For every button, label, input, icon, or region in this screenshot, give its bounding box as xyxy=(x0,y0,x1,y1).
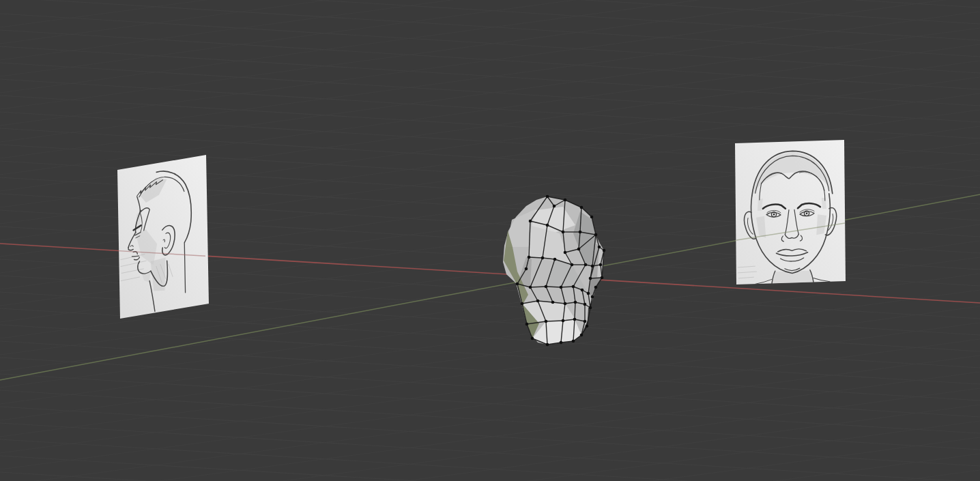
mesh-vertex[interactable] xyxy=(545,320,548,323)
mesh-vertex[interactable] xyxy=(589,277,592,280)
mesh-vertex[interactable] xyxy=(581,289,584,292)
mesh-vertex[interactable] xyxy=(531,337,534,340)
mesh-vertex[interactable] xyxy=(591,295,594,299)
mesh-vertex[interactable] xyxy=(541,257,545,260)
mesh-vertex[interactable] xyxy=(591,265,594,268)
mesh-vertex[interactable] xyxy=(562,319,565,323)
mesh-vertex[interactable] xyxy=(598,246,601,249)
mesh-vertex[interactable] xyxy=(553,258,557,261)
reference-plane-front-view[interactable] xyxy=(735,140,846,285)
mesh-vertex[interactable] xyxy=(594,286,598,289)
mesh-vertex[interactable] xyxy=(574,301,577,304)
mesh-vertex[interactable] xyxy=(572,340,575,343)
mesh-vertex[interactable] xyxy=(545,285,548,289)
mesh-vertex[interactable] xyxy=(586,325,589,328)
mesh-vertex[interactable] xyxy=(601,276,604,280)
mesh-vertex[interactable] xyxy=(562,231,565,234)
mesh-vertex[interactable] xyxy=(583,303,587,306)
mesh-vertex[interactable] xyxy=(580,334,583,337)
mesh-vertex[interactable] xyxy=(584,263,588,267)
mesh-vertex[interactable] xyxy=(587,292,590,295)
neck-shade xyxy=(773,271,813,284)
mesh-edge xyxy=(561,287,573,287)
mesh-vertex[interactable] xyxy=(546,343,549,347)
mesh-vertex[interactable] xyxy=(516,282,519,286)
mesh-vertex[interactable] xyxy=(589,306,592,310)
mesh-vertex[interactable] xyxy=(564,302,567,306)
mesh-vertex[interactable] xyxy=(536,300,540,303)
mesh-vertex[interactable] xyxy=(551,301,555,304)
mesh-edge xyxy=(546,287,561,287)
mesh-vertex[interactable] xyxy=(546,224,549,227)
mesh-vertex[interactable] xyxy=(594,233,598,237)
3d-viewport[interactable] xyxy=(0,0,980,481)
mesh-vertex[interactable] xyxy=(529,286,532,289)
mesh-edge xyxy=(590,278,602,278)
mesh-edge xyxy=(530,287,546,287)
mesh-vertex[interactable] xyxy=(571,263,574,267)
mesh-vertex[interactable] xyxy=(529,220,532,223)
scene-canvas xyxy=(0,0,980,481)
mesh-vertex[interactable] xyxy=(599,263,603,267)
mesh-vertex[interactable] xyxy=(573,318,577,321)
mesh-vertex[interactable] xyxy=(564,251,567,254)
mesh-vertex[interactable] xyxy=(546,195,549,199)
reference-plane-side-profile[interactable] xyxy=(117,155,209,319)
mesh-vertex[interactable] xyxy=(572,285,575,289)
mesh-vertex[interactable] xyxy=(580,206,583,209)
mesh-vertex[interactable] xyxy=(560,286,563,289)
mesh-edge xyxy=(546,321,563,321)
temple-shade-right xyxy=(822,198,826,209)
mesh-vertex[interactable] xyxy=(564,199,567,202)
mesh-vertex[interactable] xyxy=(583,320,587,323)
mesh-vertex[interactable] xyxy=(579,231,582,234)
mesh-edge xyxy=(575,302,575,319)
mesh-vertex[interactable] xyxy=(525,323,529,326)
mesh-vertex[interactable] xyxy=(528,256,531,259)
mesh-vertex[interactable] xyxy=(603,249,606,252)
mesh-edge xyxy=(529,257,543,258)
mesh-vertex[interactable] xyxy=(560,341,563,345)
mesh-vertex[interactable] xyxy=(553,205,556,208)
mesh-vertex[interactable] xyxy=(590,216,594,219)
mesh-vertex[interactable] xyxy=(577,248,581,251)
mesh-vertex[interactable] xyxy=(521,302,524,306)
mesh-vertex[interactable] xyxy=(525,267,528,271)
